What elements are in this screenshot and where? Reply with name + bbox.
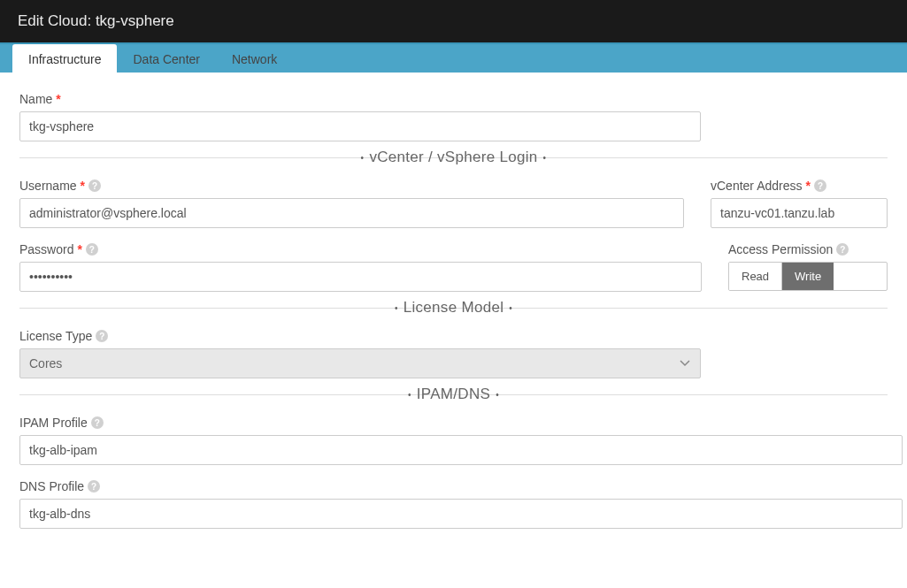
header-title-prefix: Edit Cloud: bbox=[18, 12, 96, 29]
ipam-profile-label: IPAM Profile ? bbox=[19, 416, 888, 430]
dns-profile-group: DNS Profile ? bbox=[19, 479, 888, 529]
password-input[interactable] bbox=[19, 262, 702, 292]
access-read-button[interactable]: Read bbox=[729, 263, 781, 290]
help-icon[interactable]: ? bbox=[814, 179, 826, 192]
name-group: Name* bbox=[19, 92, 888, 141]
license-type-select-wrap bbox=[19, 348, 701, 378]
help-icon[interactable]: ? bbox=[96, 330, 108, 342]
username-input[interactable] bbox=[19, 198, 684, 228]
ipam-profile-group: IPAM Profile ? bbox=[19, 416, 888, 465]
help-icon[interactable]: ? bbox=[86, 243, 98, 256]
ipam-profile-input[interactable] bbox=[19, 435, 903, 465]
dns-profile-label: DNS Profile ? bbox=[19, 479, 888, 493]
section-title-login: •vCenter / vSphere Login• bbox=[19, 149, 888, 166]
tab-label: Data Center bbox=[133, 52, 199, 66]
required-indicator: * bbox=[56, 92, 60, 106]
help-icon[interactable]: ? bbox=[91, 416, 104, 429]
form-content: Name* •vCenter / vSphere Login• Username… bbox=[0, 73, 907, 529]
page-header: Edit Cloud: tkg-vsphere bbox=[0, 0, 907, 42]
tab-network[interactable]: Network bbox=[216, 44, 293, 73]
access-write-button[interactable]: Write bbox=[781, 263, 834, 290]
tab-infrastructure[interactable]: Infrastructure bbox=[12, 44, 117, 73]
section-divider-license: •License Model• bbox=[0, 308, 907, 317]
tab-label: Network bbox=[232, 52, 277, 66]
help-icon[interactable]: ? bbox=[88, 480, 100, 493]
header-cloud-name: tkg-vsphere bbox=[96, 12, 174, 29]
section-divider-login: •vCenter / vSphere Login• bbox=[0, 157, 907, 166]
access-permission-group: Access Permission ? Read Write bbox=[728, 242, 888, 292]
license-type-group: License Type ? bbox=[19, 329, 888, 378]
section-title-ipam: •IPAM/DNS• bbox=[19, 386, 888, 403]
required-indicator: * bbox=[81, 179, 85, 193]
password-label: Password* ? bbox=[19, 242, 702, 256]
tab-data-center[interactable]: Data Center bbox=[117, 44, 215, 73]
dns-profile-input[interactable] bbox=[19, 499, 903, 529]
username-group: Username* ? bbox=[19, 179, 684, 228]
vcenter-address-input[interactable] bbox=[711, 198, 888, 228]
license-type-select[interactable] bbox=[19, 348, 701, 378]
name-input[interactable] bbox=[19, 111, 701, 141]
row-password-permission: Password* ? Access Permission ? Read Wri… bbox=[19, 242, 888, 292]
username-label: Username* ? bbox=[19, 179, 684, 193]
help-icon[interactable]: ? bbox=[88, 179, 101, 192]
vcenter-address-group: vCenter Address* ? bbox=[711, 179, 888, 228]
section-divider-ipam: •IPAM/DNS• bbox=[0, 394, 907, 403]
tab-label: Infrastructure bbox=[28, 52, 101, 66]
row-username-vcenter: Username* ? vCenter Address* ? bbox=[19, 179, 888, 228]
required-indicator: * bbox=[77, 242, 81, 256]
license-type-label: License Type ? bbox=[19, 329, 888, 343]
section-title-license: •License Model• bbox=[19, 299, 888, 317]
password-group: Password* ? bbox=[19, 242, 702, 292]
tab-bar: Infrastructure Data Center Network bbox=[0, 42, 907, 73]
required-indicator: * bbox=[806, 179, 811, 193]
help-icon[interactable]: ? bbox=[836, 243, 849, 256]
access-permission-label: Access Permission ? bbox=[728, 242, 888, 256]
name-label: Name* bbox=[19, 92, 888, 106]
vcenter-address-label: vCenter Address* ? bbox=[711, 179, 888, 193]
access-permission-toggle: Read Write bbox=[728, 262, 888, 291]
